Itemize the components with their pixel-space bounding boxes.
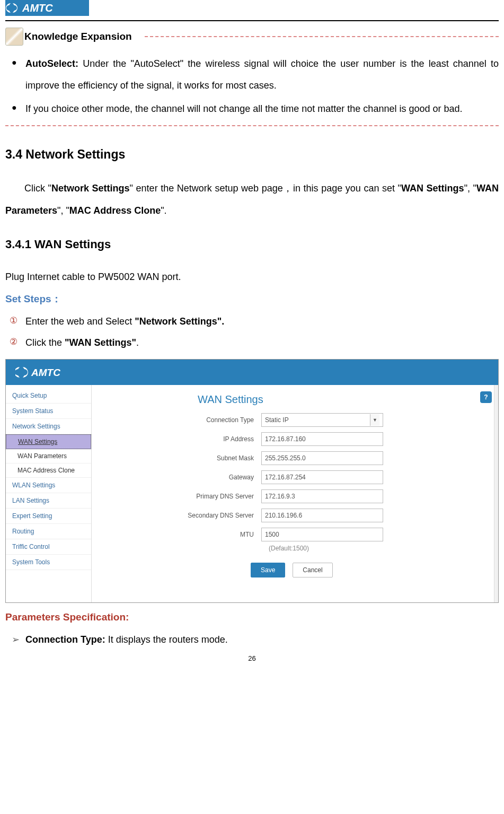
- gateway-input[interactable]: [261, 470, 383, 484]
- brand-logo-icon: AMTC: [5, 0, 89, 16]
- page-title: WAN Settings: [102, 393, 493, 406]
- sidebar-item-network-settings[interactable]: Network Settings: [6, 419, 91, 434]
- label-primary-dns: Primary DNS Server: [102, 493, 261, 500]
- label-ip-address: IP Address: [102, 435, 261, 443]
- parameters-list: Connection Type: It displays the routers…: [5, 629, 499, 651]
- sidebar-item-expert-setting[interactable]: Expert Setting: [6, 509, 91, 524]
- sidebar-item-wlan-settings[interactable]: WLAN Settings: [6, 478, 91, 493]
- parameters-specification-title: Parameters Specification:: [5, 611, 499, 623]
- form-row-ip-address: IP Address: [102, 432, 493, 446]
- subnet-mask-input[interactable]: [261, 451, 383, 465]
- set-steps-list: ① Enter the web and Select "Network Sett…: [5, 311, 499, 353]
- sidebar-item-routing[interactable]: Routing: [6, 524, 91, 539]
- cancel-button[interactable]: Cancel: [293, 563, 332, 577]
- router-body: Quick Setup System Status Network Settin…: [6, 385, 498, 602]
- list-item: Connection Type: It displays the routers…: [12, 629, 499, 651]
- label-connection-type: Connection Type: [102, 416, 261, 424]
- section-paragraph: Click "Network Settings" enter the Netwo…: [5, 178, 499, 222]
- page-number: 26: [5, 654, 499, 662]
- form-row-secondary-dns: Secondary DNS Server: [102, 509, 493, 522]
- router-sidebar: Quick Setup System Status Network Settin…: [6, 385, 92, 602]
- router-header: AMTC: [6, 360, 498, 385]
- knowledge-expansion-row: Knowledge Expansion: [5, 28, 499, 46]
- button-row: Save Cancel: [102, 563, 493, 577]
- label-gateway: Gateway: [102, 474, 261, 481]
- connection-type-select[interactable]: Static IP ▼: [261, 413, 383, 427]
- sidebar-sub-wan-parameters[interactable]: WAN Parameters: [6, 449, 91, 463]
- form-row-connection-type: Connection Type Static IP ▼: [102, 413, 493, 427]
- mtu-hint: (Default:1500): [102, 545, 493, 552]
- chevron-down-icon: ▼: [370, 414, 379, 426]
- book-icon: [5, 28, 23, 46]
- step-number: ①: [7, 316, 19, 327]
- top-divider: [5, 20, 499, 21]
- save-button[interactable]: Save: [251, 563, 285, 577]
- router-main: ? WAN Settings Connection Type Static IP…: [92, 385, 498, 602]
- form-row-mtu: MTU: [102, 528, 493, 541]
- secondary-dns-input[interactable]: [261, 509, 383, 522]
- router-admin-ui: AMTC Quick Setup System Status Network S…: [5, 359, 499, 603]
- list-item: ① Enter the web and Select "Network Sett…: [5, 311, 499, 332]
- form-row-subnet-mask: Subnet Mask: [102, 451, 493, 465]
- list-item: If you choice other mode, the channel wi…: [12, 98, 499, 120]
- knowledge-expansion-list: AutoSelect: Under the "AutoSelect" the w…: [5, 53, 499, 120]
- label-subnet-mask: Subnet Mask: [102, 454, 261, 462]
- sidebar-sub-mac-address-clone[interactable]: MAC Address Clone: [6, 463, 91, 478]
- help-icon[interactable]: ?: [480, 391, 492, 403]
- scrollbar[interactable]: [494, 385, 498, 602]
- subsection-heading: 3.4.1 WAN Settings: [5, 238, 499, 251]
- label-secondary-dns: Secondary DNS Server: [102, 512, 261, 519]
- sidebar-item-traffic-control[interactable]: Triffic Control: [6, 539, 91, 555]
- list-item: AutoSelect: Under the "AutoSelect" the w…: [12, 53, 499, 97]
- sidebar-sub-wan-settings[interactable]: WAN Settings: [6, 434, 91, 449]
- form-row-gateway: Gateway: [102, 470, 493, 484]
- section-heading: 3.4 Network Settings: [5, 147, 499, 162]
- sidebar-item-system-tools[interactable]: System Tools: [6, 555, 91, 570]
- dashed-line: [145, 36, 499, 37]
- plug-paragraph: Plug Internet cable to PW5002 WAN port.: [5, 266, 499, 288]
- sidebar-item-quick-setup[interactable]: Quick Setup: [6, 388, 91, 404]
- primary-dns-input[interactable]: [261, 489, 383, 503]
- knowledge-expansion-title: Knowledge Expansion: [24, 31, 132, 42]
- mtu-input[interactable]: [261, 528, 383, 541]
- set-steps-label: Set Steps：: [5, 292, 499, 306]
- sidebar-item-system-status[interactable]: System Status: [6, 404, 91, 419]
- label-mtu: MTU: [102, 531, 261, 538]
- form-row-primary-dns: Primary DNS Server: [102, 489, 493, 503]
- sidebar-item-lan-settings[interactable]: LAN Settings: [6, 493, 91, 509]
- dashed-line: [5, 125, 499, 126]
- router-logo-icon: AMTC: [15, 365, 84, 380]
- ip-address-input[interactable]: [261, 432, 383, 446]
- step-number: ②: [7, 337, 19, 348]
- list-item: ② Click the "WAN Settings".: [5, 332, 499, 354]
- svg-text:AMTC: AMTC: [22, 2, 53, 14]
- svg-text:AMTC: AMTC: [31, 367, 60, 378]
